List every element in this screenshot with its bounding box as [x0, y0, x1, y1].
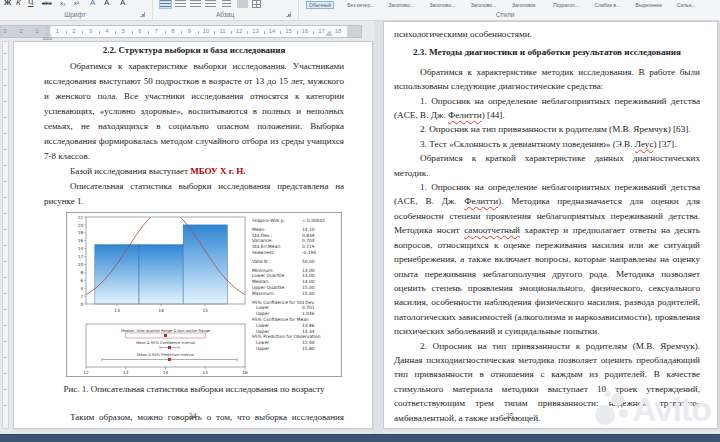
ruler-tick	[3, 101, 7, 102]
ruler-tick	[66, 31, 67, 34]
ruler-number: 2	[72, 28, 75, 34]
paragraph-group-label: Абзац	[180, 11, 270, 18]
style-chip[interactable]: Заголово...	[471, 2, 497, 8]
text-run: 3. Тест «Склонность к девиантному поведе…	[420, 139, 635, 149]
svg-text:13: 13	[123, 370, 129, 375]
style-chip[interactable]: Заголово...	[430, 2, 456, 8]
ruler-tick	[3, 261, 7, 262]
subscript-icon[interactable]: x₂	[60, 0, 65, 8]
paragraph: Обратимся к краткой характеристике данны…	[394, 151, 700, 180]
avito-watermark: Avito	[595, 391, 711, 427]
avito-logo-icon	[595, 391, 631, 427]
text-run: характер и предполагает ответы на десять…	[394, 225, 700, 336]
ruler-tick	[3, 389, 7, 390]
ruler-number: 11	[219, 28, 225, 34]
svg-text:20: 20	[78, 223, 84, 228]
ruler-tick	[198, 31, 199, 34]
ribbon: Ж К Ч abc x₂ x² А А А Шрифт Абзац Стили …	[0, 0, 720, 21]
shading-icon[interactable]	[237, 0, 248, 8]
ruler-tick	[3, 341, 7, 342]
svg-text:2: 2	[81, 294, 84, 299]
line-spacing-icon[interactable]	[222, 0, 231, 8]
ruler-tick	[3, 117, 7, 118]
svg-text:Median; Inter-quartile Range &: Median; Inter-quartile Range & Non-outli…	[121, 329, 211, 333]
svg-text:14: 14	[163, 370, 169, 375]
italic-icon[interactable]: К	[16, 0, 21, 8]
paragraph: психологическими особенностями.	[394, 27, 700, 41]
style-chip[interactable]: Слабое в...	[594, 2, 620, 8]
page-number: 34	[189, 412, 197, 421]
font-dialog-launcher-icon[interactable]	[140, 12, 145, 17]
left-indent-marker[interactable]	[43, 37, 52, 40]
ruler-number: 5	[122, 28, 125, 34]
stat-row: Skewness:-0,194	[252, 250, 341, 256]
align-left-icon[interactable]	[160, 0, 171, 8]
svg-text:15: 15	[202, 308, 208, 313]
highlight-icon[interactable]: А	[104, 0, 109, 8]
svg-text:12: 12	[83, 370, 89, 375]
strikethrough-icon[interactable]: abc	[42, 0, 52, 8]
bold-icon[interactable]: Ж	[4, 0, 11, 8]
font-group-label: Шрифт	[30, 11, 120, 18]
text-effects-icon[interactable]: А	[90, 0, 95, 8]
ruler-number: 8	[171, 28, 174, 34]
ruler-number: 9	[188, 28, 191, 34]
style-chip[interactable]: Подзагол...	[553, 2, 579, 8]
first-line-indent-marker[interactable]	[44, 25, 52, 30]
figure-caption: Рис. 1. Описательная статистика выборки …	[44, 382, 344, 397]
style-chip[interactable]: Обычный	[306, 1, 334, 9]
style-chip[interactable]: Выделение	[636, 2, 663, 8]
svg-text:22: 22	[78, 215, 84, 220]
list-item: 1. Опросник на определение неблагоприятн…	[394, 94, 700, 123]
svg-text:16: 16	[242, 370, 248, 375]
borders-icon[interactable]	[252, 0, 261, 8]
font-color-icon[interactable]: А	[120, 0, 125, 8]
right-indent-marker[interactable]	[325, 31, 333, 36]
ruler-tick	[3, 245, 7, 246]
ruler-tick	[313, 31, 314, 34]
section-heading-2-3: 2.3. Методы диагностики и обработки резу…	[394, 45, 700, 59]
ruler-tick	[297, 31, 298, 34]
style-chip[interactable]: Заголовок	[512, 2, 536, 8]
stat-row: Shapiro-Wilk p:< 0,00001	[252, 218, 341, 224]
highlighted-red-text: МБОУ Х г. Н.	[190, 166, 245, 176]
ruler-number: 12	[236, 28, 243, 34]
ruler-number: 18	[335, 28, 342, 34]
vertical-ruler	[0, 41, 11, 429]
ruler-tick	[3, 277, 7, 278]
ruler-tick	[3, 293, 7, 294]
style-chip[interactable]: Сильн...	[677, 2, 696, 8]
text-run: ) [37].	[654, 139, 677, 149]
stat-row: Valid N:50,00	[252, 259, 341, 265]
ruler-tick	[3, 165, 7, 166]
superscript-icon[interactable]: x²	[74, 0, 79, 8]
svg-text:16: 16	[78, 238, 84, 243]
statistics-panel: Shapiro-Wilk p:< 0,00001Mean:14,10Std.De…	[252, 218, 341, 352]
text-run: 2. Опросник на тип привязанности к родит…	[420, 124, 691, 134]
ruler-tick	[3, 229, 7, 230]
ruler-number: 1	[35, 28, 38, 34]
align-justify-icon[interactable]	[205, 0, 216, 8]
text-run: ) [44].	[482, 110, 505, 120]
ruler-number: 3	[89, 28, 92, 34]
ruler-number: 6	[138, 28, 141, 34]
align-right-icon[interactable]	[190, 0, 201, 8]
ruler-tick	[82, 31, 83, 34]
vertical-ruler-bar	[2, 41, 9, 429]
status-bar	[0, 434, 720, 442]
align-center-icon[interactable]	[175, 0, 186, 8]
ruler-tick	[280, 31, 281, 34]
style-chip[interactable]: Заголово...	[388, 2, 414, 8]
watermark-text: Avito	[632, 392, 711, 426]
word-window: Ж К Ч abc x₂ x² А А А Шрифт Абзац Стили …	[0, 0, 720, 442]
underline-icon[interactable]: Ч	[28, 0, 33, 8]
horizontal-ruler[interactable]: 321123456789101112131415161718	[0, 21, 374, 41]
paragraph-dialog-launcher-icon[interactable]	[286, 12, 291, 17]
hanging-indent-marker[interactable]	[44, 31, 52, 36]
paragraph: Обратимся к характеристике методик иссле…	[394, 65, 700, 94]
group-separator	[152, 0, 153, 20]
ruler-tick	[247, 31, 248, 34]
ruler-number: 13	[252, 28, 259, 34]
text-run: Базой исследования выступает	[70, 166, 190, 176]
style-chip[interactable]: Без интер...	[347, 2, 374, 8]
